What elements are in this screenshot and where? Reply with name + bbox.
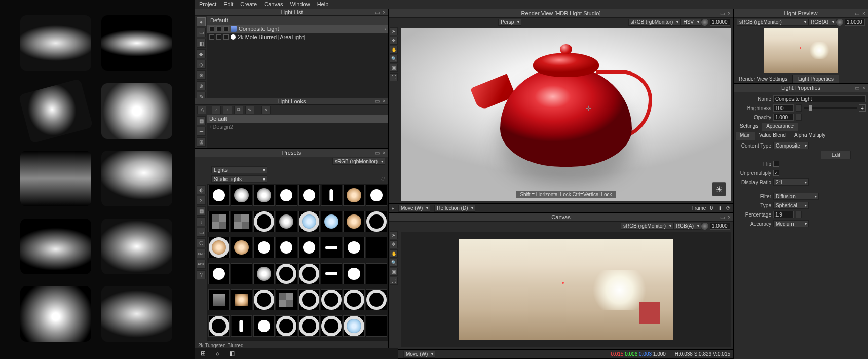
brightness-add-icon[interactable]: +: [859, 104, 866, 112]
looks-nav2-icon[interactable]: ›: [223, 106, 232, 114]
preset-item[interactable]: [253, 237, 275, 258]
solo-checkbox[interactable]: [209, 34, 214, 40]
tab-render-settings[interactable]: Render View Settings: [734, 75, 793, 83]
preset-filter6-icon[interactable]: ⬡: [197, 238, 206, 247]
content-type-dropdown[interactable]: Composite: [773, 142, 809, 149]
close-icon[interactable]: ×: [381, 98, 387, 104]
close-icon[interactable]: ×: [381, 9, 387, 15]
vp-frame-icon[interactable]: ▣: [390, 64, 398, 72]
preset-item[interactable]: [208, 185, 230, 206]
reflection-dropdown[interactable]: Reflection (D): [434, 205, 475, 212]
menu-create[interactable]: Create: [240, 1, 257, 8]
preset-item[interactable]: [343, 289, 364, 310]
favorite-icon[interactable]: ♡: [380, 176, 385, 183]
display-ratio-dropdown[interactable]: 2:1: [773, 178, 809, 186]
preset-item[interactable]: [231, 315, 252, 337]
preset-item[interactable]: [276, 315, 297, 337]
undock-icon[interactable]: ▭: [854, 85, 860, 91]
menu-project[interactable]: Project: [199, 1, 216, 8]
solo-checkbox[interactable]: [209, 26, 214, 31]
preset-item[interactable]: [321, 237, 342, 258]
render-viewport[interactable]: ✛ Shift = Horizontal Lock Ctrl=Vertical …: [401, 28, 731, 201]
preview-exposure-input[interactable]: [845, 19, 865, 26]
accuracy-dropdown[interactable]: Medium: [773, 220, 809, 227]
vp-pointer-icon[interactable]: ➤: [390, 231, 398, 239]
menu-help[interactable]: Help: [317, 1, 329, 8]
subtab-value-blend[interactable]: Value Blend: [755, 132, 790, 140]
presets-colorspace-dropdown[interactable]: sRGB (rgbMonitor): [332, 158, 385, 165]
preset-item[interactable]: [298, 263, 320, 284]
canvas-move-mode-dropdown[interactable]: Move (W): [403, 351, 435, 358]
preset-item[interactable]: [366, 315, 387, 337]
preset-item[interactable]: [366, 237, 387, 258]
subtab-main[interactable]: Main: [736, 132, 755, 140]
preset-hdr2-icon[interactable]: HDR: [197, 260, 206, 269]
visible-checkbox[interactable]: [216, 34, 221, 40]
tool-area-icon[interactable]: ◇: [197, 60, 206, 69]
render-colorspace-dropdown[interactable]: sRGB (rgbMonitor): [628, 19, 681, 26]
vp-fit-icon[interactable]: ⛶: [390, 277, 398, 285]
preset-item[interactable]: [298, 289, 320, 310]
preset-item[interactable]: [366, 289, 387, 310]
lock-checkbox[interactable]: [223, 26, 229, 31]
undock-icon[interactable]: ▭: [374, 9, 380, 15]
vp-hand-icon[interactable]: ✋: [390, 249, 398, 258]
unpremultiply-checkbox[interactable]: [773, 170, 779, 176]
undock-icon[interactable]: ▭: [719, 214, 725, 220]
preset-item[interactable]: [366, 211, 387, 232]
preset-item[interactable]: [253, 185, 275, 206]
exposure-dial-icon[interactable]: [836, 19, 843, 26]
menu-canvas[interactable]: Canvas: [264, 1, 283, 8]
filter-dropdown[interactable]: Diffusion: [773, 193, 819, 200]
preset-item[interactable]: [253, 289, 275, 310]
preset-item[interactable]: [343, 315, 364, 337]
exposure-input[interactable]: [710, 19, 730, 26]
vp-frame-icon[interactable]: ▣: [390, 268, 398, 276]
exposure-dial-icon[interactable]: [701, 19, 708, 26]
render-channel-dropdown[interactable]: HSV: [681, 19, 701, 26]
vp-zoom-icon[interactable]: 🔍: [390, 259, 398, 267]
preset-item[interactable]: [231, 185, 252, 206]
looks-copy-icon[interactable]: ⧉: [234, 106, 243, 114]
close-icon[interactable]: ×: [381, 150, 387, 156]
play-icon[interactable]: ▸: [392, 205, 394, 211]
look-row-default[interactable]: Default: [207, 115, 388, 123]
flip-checkbox[interactable]: [773, 161, 779, 167]
move-mode-dropdown[interactable]: Move (W): [398, 205, 430, 212]
chevron-right-icon[interactable]: ›: [384, 26, 386, 32]
preset-item[interactable]: [231, 289, 252, 310]
close-icon[interactable]: ×: [861, 10, 867, 16]
looks-thumb-icon[interactable]: ▦: [197, 116, 206, 125]
menu-window[interactable]: Window: [290, 1, 310, 8]
exposure-dial-icon[interactable]: [701, 223, 708, 230]
brightness-spinner[interactable]: [796, 104, 802, 112]
preset-item[interactable]: [343, 185, 364, 206]
preset-item[interactable]: [208, 211, 230, 232]
vp-move-icon[interactable]: ✥: [390, 37, 398, 45]
percentage-spinner[interactable]: [796, 211, 802, 218]
percentage-input[interactable]: [773, 211, 794, 218]
vp-pointer-icon[interactable]: ➤: [390, 27, 398, 35]
preset-hdr-icon[interactable]: HDR: [197, 249, 206, 258]
preview-channel-dropdown[interactable]: RGB(A): [808, 19, 836, 26]
preset-item[interactable]: [366, 263, 387, 284]
canvas-channel-dropdown[interactable]: RGB(A): [673, 223, 701, 230]
pause-icon[interactable]: ⏸: [717, 205, 722, 211]
preset-filter3-icon[interactable]: ▦: [197, 206, 206, 216]
undock-icon[interactable]: ▭: [374, 98, 380, 104]
windows-start-icon[interactable]: ⊞: [199, 349, 207, 357]
preset-item[interactable]: [276, 237, 297, 258]
subtab-alpha-multiply[interactable]: Alpha Multiply: [790, 132, 829, 140]
menu-edit[interactable]: Edit: [223, 1, 233, 8]
vp-hand-icon[interactable]: ✋: [390, 46, 398, 54]
preset-item[interactable]: [231, 237, 252, 258]
look-row-design2[interactable]: +Design2: [207, 123, 388, 131]
light-row-composite[interactable]: Composite Light ›: [207, 25, 388, 33]
undock-icon[interactable]: ▭: [374, 150, 380, 156]
close-icon[interactable]: ×: [726, 10, 732, 16]
subtab-settings[interactable]: Settings: [736, 123, 762, 131]
looks-delete-icon[interactable]: ×: [261, 106, 271, 114]
vp-move-icon[interactable]: ✥: [390, 240, 398, 248]
sun-toggle-icon[interactable]: ☀: [712, 182, 726, 196]
preset-item[interactable]: [298, 185, 320, 206]
